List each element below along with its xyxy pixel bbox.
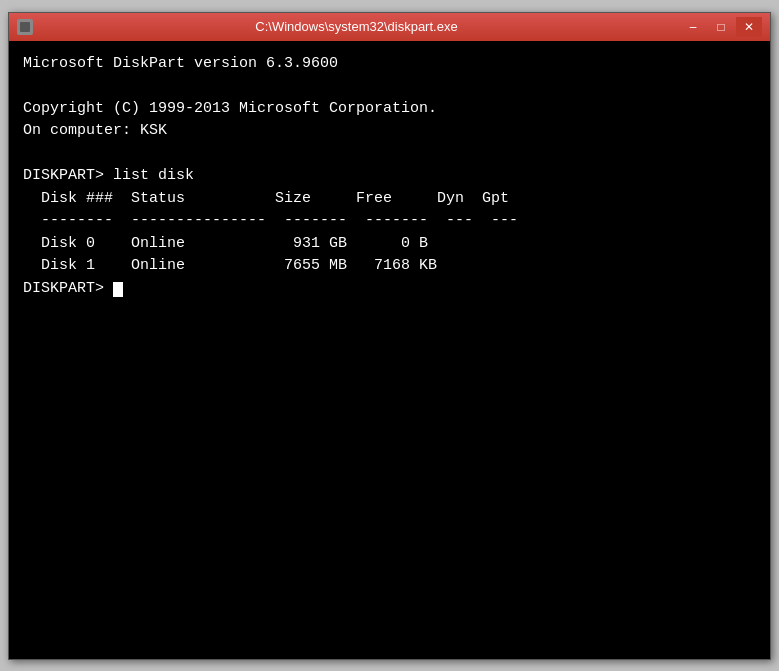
console-line-7: -------- --------------- ------- -------… [23, 212, 518, 229]
minimize-button[interactable]: – [680, 17, 706, 37]
console-area[interactable]: Microsoft DiskPart version 6.3.9600 Copy… [9, 41, 770, 659]
restore-button[interactable]: □ [708, 17, 734, 37]
console-line-2: Copyright (C) 1999-2013 Microsoft Corpor… [23, 100, 437, 117]
window-controls: – □ ✕ [680, 17, 762, 37]
window-title: C:\Windows\system32\diskpart.exe [33, 19, 680, 34]
window-icon [17, 19, 33, 35]
console-line-9: Disk 1 Online 7655 MB 7168 KB [23, 257, 437, 274]
console-line-0: Microsoft DiskPart version 6.3.9600 [23, 55, 338, 72]
console-line-8: Disk 0 Online 931 GB 0 B [23, 235, 428, 252]
console-line-3: On computer: KSK [23, 122, 167, 139]
close-button[interactable]: ✕ [736, 17, 762, 37]
console-output: Microsoft DiskPart version 6.3.9600 Copy… [23, 53, 756, 301]
terminal-window: C:\Windows\system32\diskpart.exe – □ ✕ M… [8, 12, 771, 660]
prompt-line: DISKPART> [23, 280, 123, 297]
console-line-5: DISKPART> list disk [23, 167, 194, 184]
cursor [113, 282, 123, 297]
console-line-6: Disk ### Status Size Free Dyn Gpt [23, 190, 509, 207]
title-bar: C:\Windows\system32\diskpart.exe – □ ✕ [9, 13, 770, 41]
